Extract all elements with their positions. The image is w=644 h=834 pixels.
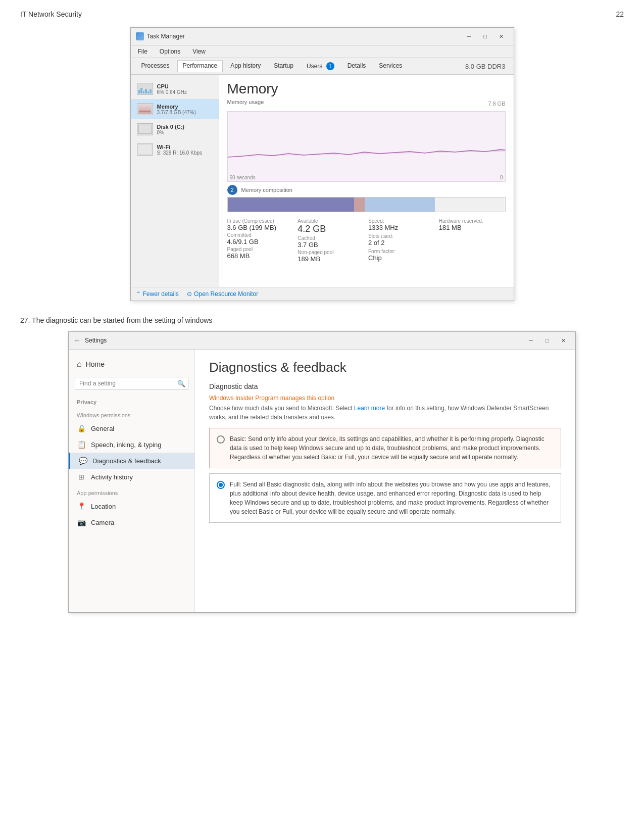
settings-minimize-button[interactable]: ─ xyxy=(524,335,538,346)
sidebar-item-activity[interactable]: ⊞ Activity history xyxy=(69,469,194,485)
search-input[interactable] xyxy=(75,377,188,390)
sidebar-item-disk[interactable]: Disk 0 (C:) 0% xyxy=(131,119,219,139)
basic-option[interactable]: Basic: Send only info about your device,… xyxy=(209,428,561,468)
comp-badge: 2 xyxy=(227,185,237,195)
taskmanager-icon xyxy=(136,32,144,40)
settings-titlebar: ← Settings ─ □ ✕ xyxy=(69,332,575,350)
section-caption: 27. The diagnostic can be started from t… xyxy=(20,316,624,324)
cpu-icon xyxy=(137,83,153,95)
lock-icon: 🔒 xyxy=(77,424,86,433)
app-permissions-label: App permissions xyxy=(69,485,194,498)
settings-home-link[interactable]: ⌂ Home xyxy=(69,356,194,373)
stat-in-use: In use (Compressed) 3.6 GB (199 MB) Comm… xyxy=(227,218,294,263)
location-label: Location xyxy=(91,503,116,510)
menu-view[interactable]: View xyxy=(190,47,208,56)
mem-comp-section: 2 Memory composition xyxy=(227,185,506,195)
available-label: Available xyxy=(298,218,364,224)
tm-stats: In use (Compressed) 3.6 GB (199 MB) Comm… xyxy=(227,218,506,263)
slots-value: 2 of 2 xyxy=(368,239,435,247)
settings-maximize-button[interactable]: □ xyxy=(540,335,554,346)
learn-more-link[interactable]: Learn more xyxy=(354,405,385,412)
disk-icon xyxy=(137,123,153,135)
search-icon: 🔍 xyxy=(177,380,185,387)
non-paged-value: 189 MB xyxy=(298,255,364,263)
tab-startup[interactable]: Startup xyxy=(268,60,299,72)
settings-close-button[interactable]: ✕ xyxy=(556,335,570,346)
speed-value: 1333 MHz xyxy=(368,224,435,231)
close-button[interactable]: ✕ xyxy=(494,31,509,42)
memory-spec-detail: 7.8 GB xyxy=(488,101,505,107)
memory-graph: 60 seconds 0 xyxy=(227,111,506,182)
activity-icon: ⊞ xyxy=(77,472,86,481)
tab-details[interactable]: Details xyxy=(342,60,372,72)
activity-label: Activity history xyxy=(91,473,133,481)
task-manager-window: Task Manager ─ □ ✕ File Options View Pro… xyxy=(130,27,514,301)
minimize-button[interactable]: ─ xyxy=(462,31,476,42)
sidebar-item-diagnostics[interactable]: 💬 Diagnostics & feedback xyxy=(69,453,194,469)
form-factor-value: Chip xyxy=(368,254,435,262)
sidebar-item-memory[interactable]: Memory 3.7/7.8 GB (47%) xyxy=(131,99,219,119)
full-text: Full: Send all Basic diagnostic data, al… xyxy=(230,480,554,516)
settings-sidebar: ⌂ Home 🔍 Privacy Windows permissions 🔒 G… xyxy=(69,350,195,612)
settings-window-title: Settings xyxy=(85,337,107,344)
basic-radio[interactable] xyxy=(217,435,225,444)
disk-info: Disk 0 (C:) 0% xyxy=(157,124,184,135)
back-button[interactable]: ← xyxy=(74,336,81,345)
paged-value: 668 MB xyxy=(227,252,294,260)
stat-hw: Hardware reserved: 181 MB xyxy=(439,218,506,263)
title-left: Task Manager xyxy=(136,32,185,40)
mem-seg-standby xyxy=(365,198,435,212)
tab-app-history[interactable]: App history xyxy=(225,60,266,72)
in-use-label: In use (Compressed) xyxy=(227,218,294,224)
document-title: IT Network Security xyxy=(20,10,82,18)
wifi-icon xyxy=(137,143,153,156)
tab-services[interactable]: Services xyxy=(373,60,408,72)
memory-title: Memory xyxy=(227,81,278,97)
maximize-button[interactable]: □ xyxy=(478,31,492,42)
mem-comp-bar xyxy=(227,197,506,212)
tab-processes[interactable]: Processes xyxy=(136,60,175,72)
basic-text: Basic: Send only info about your device,… xyxy=(230,434,554,462)
speech-label: Speech, inking, & typing xyxy=(91,441,161,449)
diagnostic-data-title: Diagnostic data xyxy=(209,382,561,390)
memory-graphic xyxy=(138,105,152,114)
cached-label: Cached xyxy=(298,235,364,241)
chevron-up-icon: ⌃ xyxy=(136,290,141,298)
sidebar-item-general[interactable]: 🔒 General xyxy=(69,420,194,436)
committed-value: 4.6/9.1 GB xyxy=(227,238,294,246)
full-radio[interactable] xyxy=(217,481,225,489)
full-option[interactable]: Full: Send all Basic diagnostic data, al… xyxy=(209,473,561,523)
window-controls: ─ □ ✕ xyxy=(462,31,509,42)
open-resource-monitor-link[interactable]: ⊙ Open Resource Monitor xyxy=(187,290,258,298)
settings-content: ⌂ Home 🔍 Privacy Windows permissions 🔒 G… xyxy=(69,350,575,612)
graph-right-label: 0 xyxy=(500,175,503,180)
speed-label: Speed: xyxy=(368,218,435,224)
mem-seg-modified xyxy=(354,198,365,212)
settings-title-left: ← Settings xyxy=(74,336,107,345)
menu-options[interactable]: Options xyxy=(158,47,182,56)
hw-reserved-label: Hardware reserved: xyxy=(439,218,506,224)
memory-spec: 8.0 GB DDR3 xyxy=(465,63,505,70)
non-paged-label: Non-paged pool xyxy=(298,250,364,255)
sidebar-item-cpu[interactable]: CPU 6% 0.64 GHz xyxy=(131,79,219,99)
settings-desc: Choose how much data you send to Microso… xyxy=(209,404,561,422)
settings-main: Diagnostics & feedback Diagnostic data W… xyxy=(195,350,575,612)
menu-file[interactable]: File xyxy=(136,47,150,56)
sidebar-item-location[interactable]: 📍 Location xyxy=(69,498,194,514)
diagnostics-label: Diagnostics & feedback xyxy=(92,457,161,465)
sidebar-item-camera[interactable]: 📷 Camera xyxy=(69,514,194,530)
fewer-details-link[interactable]: ⌃ Fewer details xyxy=(136,290,179,298)
sidebar-item-wifi[interactable]: Wi-Fi S: 328 R: 16.0 Kbps xyxy=(131,139,219,160)
disk-graphic xyxy=(138,125,152,134)
cpu-info: CPU 6% 0.64 GHz xyxy=(157,83,187,95)
insider-info-text: Windows Insider Program manages this opt… xyxy=(209,395,561,402)
cached-value: 3.7 GB xyxy=(298,241,364,249)
page-number: 22 xyxy=(616,10,624,18)
form-factor-label: Form factor: xyxy=(368,249,435,254)
tm-main: Memory 8.0 GB DDR3 Memory usage 7.8 GB xyxy=(219,75,514,287)
tab-performance[interactable]: Performance xyxy=(177,60,223,72)
tab-users[interactable]: Users 1 xyxy=(301,60,340,72)
sidebar-item-speech[interactable]: 📋 Speech, inking, & typing xyxy=(69,436,194,453)
settings-window: ← Settings ─ □ ✕ ⌂ Home 🔍 Privacy Window… xyxy=(68,331,576,613)
camera-label: Camera xyxy=(91,519,114,526)
